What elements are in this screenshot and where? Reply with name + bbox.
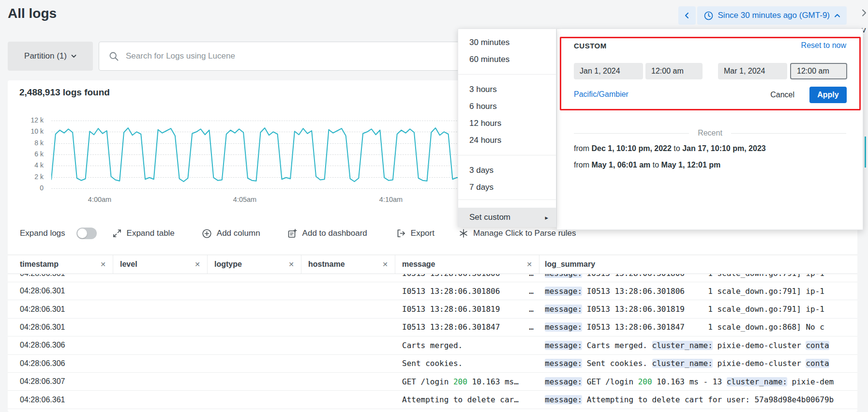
token-text: Sent cookies. bbox=[582, 359, 652, 368]
message-text: I0513 13:28:06.301847 bbox=[402, 322, 500, 332]
timezone-link[interactable]: Pacific/Gambier bbox=[574, 90, 629, 99]
column-label: logtype bbox=[214, 260, 242, 269]
close-icon[interactable]: ✕ bbox=[100, 260, 106, 268]
table-row[interactable]: 04:28:06.301I0513 13:28:06.301847…messag… bbox=[8, 319, 857, 336]
y-axis-tick: 2 k bbox=[13, 173, 44, 181]
logs-page: All logs Since 30 minutes ago (GMT-9) v … bbox=[0, 0, 868, 412]
cell-empty bbox=[301, 282, 395, 300]
add-column-button[interactable]: Add column bbox=[202, 229, 260, 239]
search-icon bbox=[109, 51, 119, 61]
add-to-dashboard-button[interactable]: Add to dashboard bbox=[287, 229, 367, 239]
close-icon[interactable]: ✕ bbox=[288, 260, 294, 268]
truncation-ellipsis: … bbox=[529, 322, 534, 332]
column-header-hostname[interactable]: hostname ✕ bbox=[301, 255, 395, 274]
cell-log-summary: message: Attempting to delete cart for u… bbox=[539, 391, 857, 408]
page-title: All logs bbox=[8, 6, 57, 21]
end-time-field[interactable]: 12:00 am bbox=[790, 63, 847, 79]
token-text: Attempting to delete car… bbox=[402, 395, 519, 404]
column-header-log-summary[interactable]: log_summary bbox=[539, 255, 857, 274]
table-row-partial[interactable]: 04:28:06.301I0513 13:28:06.301806…messag… bbox=[8, 274, 857, 282]
add-to-dashboard-icon bbox=[287, 229, 298, 239]
divider-line bbox=[731, 133, 846, 134]
export-button[interactable]: Export bbox=[396, 229, 434, 238]
submenu-arrow-icon: ▸ bbox=[545, 214, 548, 221]
expand-table-button[interactable]: Expand table bbox=[112, 229, 175, 238]
cell-empty bbox=[208, 336, 301, 354]
manage-parse-rules-button[interactable]: Manage Click to Parse rules bbox=[459, 229, 576, 238]
message-text: Sent cookies. bbox=[402, 359, 463, 368]
close-icon[interactable]: ✕ bbox=[195, 260, 200, 268]
custom-heading: CUSTOM bbox=[574, 42, 607, 50]
apply-button[interactable]: Apply bbox=[809, 87, 847, 103]
table-header: timestamp ✕ level ✕ logtype ✕ hostname ✕… bbox=[8, 255, 857, 274]
start-time-field[interactable]: 12:00 am bbox=[645, 63, 703, 79]
menu-item-24-hours[interactable]: 24 hours bbox=[458, 132, 556, 149]
cell-message: I0513 13:28:06.301847… bbox=[395, 319, 539, 336]
close-icon[interactable]: ✕ bbox=[382, 260, 388, 268]
menu-item-30-minutes[interactable]: 30 minutes bbox=[458, 34, 556, 51]
message-text: I0513 13:28:06.301806 bbox=[402, 274, 500, 278]
cell-timestamp: 04:28:06.301 bbox=[8, 300, 113, 318]
column-label: level bbox=[120, 260, 137, 269]
time-picker-button[interactable]: Since 30 minutes ago (GMT-9) bbox=[697, 6, 847, 25]
menu-item-set-custom[interactable]: Set custom ▸ bbox=[458, 208, 556, 227]
column-label: message bbox=[402, 260, 435, 269]
menu-item-7-days[interactable]: 7 days bbox=[458, 179, 556, 196]
cell-message: I0513 13:28:06.301819… bbox=[395, 300, 539, 318]
expand-logs-toggle[interactable] bbox=[76, 228, 97, 239]
cell-message: GET /login 200 10.163 ms… bbox=[395, 373, 539, 390]
reset-to-now-link[interactable]: Reset to now bbox=[801, 41, 846, 50]
table-row[interactable]: 04:28:06.301I0513 13:28:06.301819…messag… bbox=[8, 300, 857, 318]
column-header-message[interactable]: message ✕ bbox=[395, 255, 539, 274]
table-row[interactable]: 04:28:06.306Carts merged.message: Carts … bbox=[8, 336, 857, 354]
column-header-logtype[interactable]: logtype ✕ bbox=[208, 255, 301, 274]
menu-divider bbox=[458, 155, 556, 155]
chevron-right-icon[interactable] bbox=[861, 9, 867, 17]
table-row[interactable]: 04:28:06.307GET /login 200 10.163 ms…mes… bbox=[8, 373, 857, 391]
cell-empty bbox=[301, 274, 395, 282]
end-date-field[interactable]: Mar 1, 2024 bbox=[718, 63, 787, 79]
close-icon[interactable]: ✕ bbox=[526, 260, 532, 268]
column-header-level[interactable]: level ✕ bbox=[113, 255, 208, 274]
cancel-button[interactable]: Cancel bbox=[770, 91, 794, 99]
cell-message: Attempting to delete car… bbox=[395, 391, 539, 408]
cell-empty bbox=[208, 373, 301, 390]
column-header-timestamp[interactable]: timestamp ✕ bbox=[8, 255, 113, 274]
table-row[interactable]: 04:28:06.306Sent cookies.message: Sent c… bbox=[8, 355, 857, 373]
menu-item-60-minutes[interactable]: 60 minutes bbox=[458, 51, 556, 68]
expand-logs-control: Expand logs bbox=[20, 228, 97, 239]
menu-divider bbox=[458, 199, 556, 200]
y-axis-tick: 8 k bbox=[13, 139, 44, 147]
token-highlighted: cluster_name: bbox=[652, 359, 713, 368]
cell-empty bbox=[208, 282, 301, 300]
time-shift-back-button[interactable] bbox=[678, 6, 696, 25]
column-label: hostname bbox=[308, 260, 345, 269]
menu-item-12-hours[interactable]: 12 hours bbox=[458, 115, 556, 132]
recent-range-item[interactable]: from May 1, 06:01 am to May 1, 12:01 pm bbox=[574, 161, 720, 169]
token-text: I0513 13:28:06.301819 bbox=[402, 305, 500, 314]
menu-item-6-hours[interactable]: 6 hours bbox=[458, 98, 556, 115]
token-highlighted: message: bbox=[545, 274, 582, 278]
start-date-field[interactable]: Jan 1, 2024 bbox=[574, 63, 643, 79]
menu-divider bbox=[458, 74, 556, 75]
x-axis-tick: 4:10am bbox=[369, 196, 413, 203]
y-axis-tick: 4 k bbox=[13, 161, 44, 169]
cell-timestamp: 04:28:06.307 bbox=[8, 373, 113, 390]
time-picker-label: Since 30 minutes ago (GMT-9) bbox=[718, 11, 830, 20]
token-text: Sent cookies. bbox=[402, 359, 463, 368]
recent-range-item[interactable]: from Dec 1, 10:10 pm, 2022 to Jan 17, 10… bbox=[574, 144, 766, 153]
menu-item-3-days[interactable]: 3 days bbox=[458, 162, 556, 179]
table-body: 04:28:06.301I0513 13:28:06.301806…messag… bbox=[8, 274, 857, 409]
cell-empty bbox=[113, 355, 208, 372]
table-row[interactable]: 04:28:06.361Attempting to delete car…mes… bbox=[8, 391, 857, 409]
menu-item-3-hours[interactable]: 3 hours bbox=[458, 81, 556, 98]
recent-heading: Recent bbox=[698, 129, 722, 137]
token-highlighted: cluster_name: bbox=[652, 341, 713, 350]
token-status-green: 200 bbox=[638, 377, 652, 386]
partition-filter-button[interactable]: Partition (1) bbox=[8, 42, 93, 71]
message-text: I0513 13:28:06.301819 bbox=[402, 305, 500, 314]
cell-empty bbox=[301, 391, 395, 408]
token-text: GET /login bbox=[582, 377, 638, 386]
message-text: Attempting to delete car… bbox=[402, 395, 519, 404]
table-row[interactable]: 04:28:06.301I0513 13:28:06.301806…messag… bbox=[8, 282, 857, 300]
